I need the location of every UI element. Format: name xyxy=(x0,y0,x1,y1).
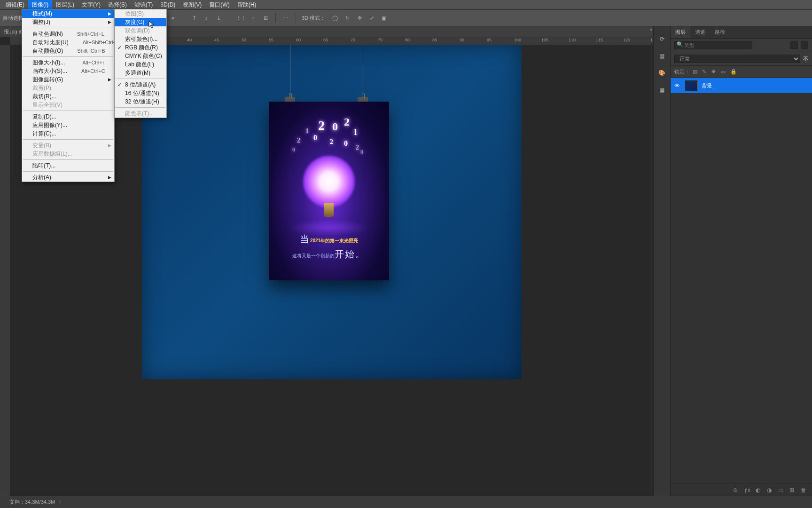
separator xyxy=(275,13,276,23)
distribute-h-icon[interactable]: ⋮⋮ xyxy=(237,14,245,22)
menu-2[interactable]: 图层(L) xyxy=(52,0,78,10)
status-bar: 文档：34.3M/34.3M 〉 xyxy=(0,496,812,508)
lock-position-icon[interactable]: ✥ xyxy=(711,69,718,75)
tab-paths[interactable]: 路径 xyxy=(710,26,730,38)
ruler-tick: 45 xyxy=(214,38,219,42)
menu-item[interactable]: 自动色调(N)Shift+Ctrl+L xyxy=(22,30,114,38)
menu-item[interactable]: 模式(M)▶ xyxy=(22,9,114,18)
ruler-tick: 60 xyxy=(296,38,301,42)
canvas[interactable]: 2 0 2 1 0 2 0 2 0 2 1 0 当2021年的第一束光照亮 这将… xyxy=(142,45,522,379)
image-menu[interactable]: 模式(M)▶调整(J)▶自动色调(N)Shift+Ctrl+L自动对比度(U)A… xyxy=(22,9,115,182)
mouse-cursor xyxy=(148,21,155,29)
menu-4[interactable]: 选择(S) xyxy=(104,0,131,10)
menu-item: 位图(B) xyxy=(115,9,166,18)
menu-9[interactable]: 帮助(H) xyxy=(234,0,260,10)
layers-panel: 图层 通道 路径 🔍 正常 不 锁定： ▨ ✎ ✥ ▭ 🔒 👁 背 xyxy=(670,26,812,496)
menu-item[interactable]: 多通道(M) xyxy=(115,69,166,77)
3d-pan-icon[interactable]: ✥ xyxy=(355,14,364,22)
opacity-label: 不 xyxy=(803,56,808,63)
menu-item[interactable]: 陷印(T)... xyxy=(22,161,114,170)
menu-item[interactable]: 索引颜色(I)... xyxy=(115,35,166,43)
menu-item[interactable]: 自动颜色(O)Shift+Ctrl+B xyxy=(22,47,114,55)
right-panel-column: ⟳ ▤ 🎨 ▦ 图层 通道 路径 🔍 正常 不 锁定： ▨ ✎ ✥ ▭ xyxy=(653,26,812,496)
menu-item[interactable]: 图像旋转(G)▶ xyxy=(22,75,114,84)
menu-5[interactable]: 滤镜(T) xyxy=(131,0,156,10)
menu-item[interactable]: 16 位/通道(N) xyxy=(115,89,166,97)
layer-style-icon[interactable]: ƒx xyxy=(744,487,751,493)
menu-item[interactable]: Lab 颜色(L) xyxy=(115,60,166,69)
history-icon[interactable]: ⟳ xyxy=(657,34,667,44)
menu-item[interactable]: 自动对比度(U)Alt+Shift+Ctrl+L xyxy=(22,38,114,47)
menu-item: 变量(B)▶ xyxy=(22,141,114,150)
properties-icon[interactable]: ▤ xyxy=(657,51,667,61)
menu-item[interactable]: 灰度(G) xyxy=(115,18,166,26)
menu-item[interactable]: 分析(A)▶ xyxy=(22,173,114,182)
menu-0[interactable]: 编辑(E) xyxy=(2,0,28,10)
status-chevron-icon[interactable]: 〉 xyxy=(59,499,64,506)
mode3d-label: 3D 模式： xyxy=(302,15,325,22)
distribute-v-icon[interactable]: ≡ xyxy=(249,14,258,22)
group-icon[interactable]: ▭ xyxy=(778,487,785,493)
menu-item[interactable]: 画布大小(S)...Alt+Ctrl+C xyxy=(22,67,114,75)
3d-roll-icon[interactable]: ↻ xyxy=(343,14,351,22)
more-icon[interactable]: ⋯ xyxy=(281,14,290,22)
layer-name[interactable]: 背景 xyxy=(702,82,712,89)
align-top-icon[interactable]: ⤒ xyxy=(190,14,198,22)
lock-artboard-icon[interactable]: ▭ xyxy=(721,69,727,75)
align-middle-icon[interactable]: ↕ xyxy=(202,14,211,22)
menu-item[interactable]: 调整(J)▶ xyxy=(22,18,114,26)
menu-7[interactable]: 视图(V) xyxy=(179,0,205,10)
menu-item[interactable]: 32 位/通道(H) xyxy=(115,97,166,106)
menu-8[interactable]: 窗口(W) xyxy=(205,0,233,10)
ruler-tick: 40 xyxy=(187,38,192,42)
menu-3[interactable]: 文字(Y) xyxy=(78,0,104,10)
lock-transparent-icon[interactable]: ▨ xyxy=(693,69,699,75)
menu-item[interactable]: 复制(D)... xyxy=(22,112,114,121)
lightbulb-graphic xyxy=(296,146,362,236)
adjustment-layer-icon[interactable]: ◑ xyxy=(767,487,773,493)
filter-adjustment-icon[interactable] xyxy=(801,41,808,49)
hang-line xyxy=(363,45,363,99)
tab-layers[interactable]: 图层 xyxy=(671,26,690,38)
lock-pixels-icon[interactable]: ✎ xyxy=(702,69,709,75)
menu-item[interactable]: 应用图像(Y)... xyxy=(22,121,114,129)
swatches-icon[interactable]: ▦ xyxy=(657,85,667,95)
menu-item[interactable]: ✓8 位/通道(A) xyxy=(115,80,166,89)
3d-zoom-icon[interactable]: ▣ xyxy=(380,14,388,22)
layer-thumbnail[interactable] xyxy=(685,80,698,91)
menu-item: 应用数据组(L)... xyxy=(22,150,114,158)
blend-mode-select[interactable]: 正常 xyxy=(674,55,800,63)
3d-orbit-icon[interactable]: ◯ xyxy=(331,14,339,22)
layer-mask-icon[interactable]: ◐ xyxy=(756,487,762,493)
ruler-tick: 110 xyxy=(569,38,576,42)
filter-pixellayer-icon[interactable] xyxy=(790,41,798,49)
layer-filter-input[interactable] xyxy=(674,41,752,49)
poster: 2 0 2 1 0 2 0 2 0 2 1 0 当2021年的第一束光照亮 这将… xyxy=(269,102,389,280)
color-icon[interactable]: 🎨 xyxy=(657,68,667,78)
menu-1[interactable]: 图像(I) xyxy=(28,0,52,10)
tab-channels[interactable]: 通道 xyxy=(690,26,710,38)
align-bottom-icon[interactable]: ⤓ xyxy=(214,14,223,22)
link-layers-icon[interactable]: ⊘ xyxy=(733,487,740,493)
ruler-tick: 90 xyxy=(460,38,464,42)
visibility-icon[interactable]: 👁 xyxy=(674,82,681,89)
mode-submenu[interactable]: 位图(B)灰度(G)双色调(D)索引颜色(I)...✓RGB 颜色(R)CMYK… xyxy=(114,9,167,118)
delete-layer-icon[interactable]: 🗑 xyxy=(801,487,807,493)
layer-row[interactable]: 👁 背景 xyxy=(671,78,812,93)
menu-item[interactable]: CMYK 颜色(C) xyxy=(115,52,166,60)
lock-all-icon[interactable]: 🔒 xyxy=(730,69,737,75)
ruler-tick: 105 xyxy=(541,38,548,42)
3d-slide-icon[interactable]: ⤢ xyxy=(367,14,376,22)
menu-item[interactable]: 裁切(R)... xyxy=(22,92,114,101)
menu-6[interactable]: 3D(D) xyxy=(156,0,179,9)
menu-item: 裁剪(P) xyxy=(22,84,114,92)
lock-label: 锁定： xyxy=(674,68,690,75)
distribute-spacing-icon[interactable]: ⊞ xyxy=(261,14,270,22)
panel-collapse-icon[interactable]: « xyxy=(638,27,652,32)
menu-item[interactable]: 图像大小(I)...Alt+Ctrl+I xyxy=(22,58,114,67)
menu-item[interactable]: ✓RGB 颜色(R) xyxy=(115,43,166,52)
ruler-vertical xyxy=(0,45,10,496)
new-layer-icon[interactable]: ⊞ xyxy=(789,487,796,493)
align-right-icon[interactable]: ⇥ xyxy=(167,14,176,22)
menu-item[interactable]: 计算(C)... xyxy=(22,129,114,138)
